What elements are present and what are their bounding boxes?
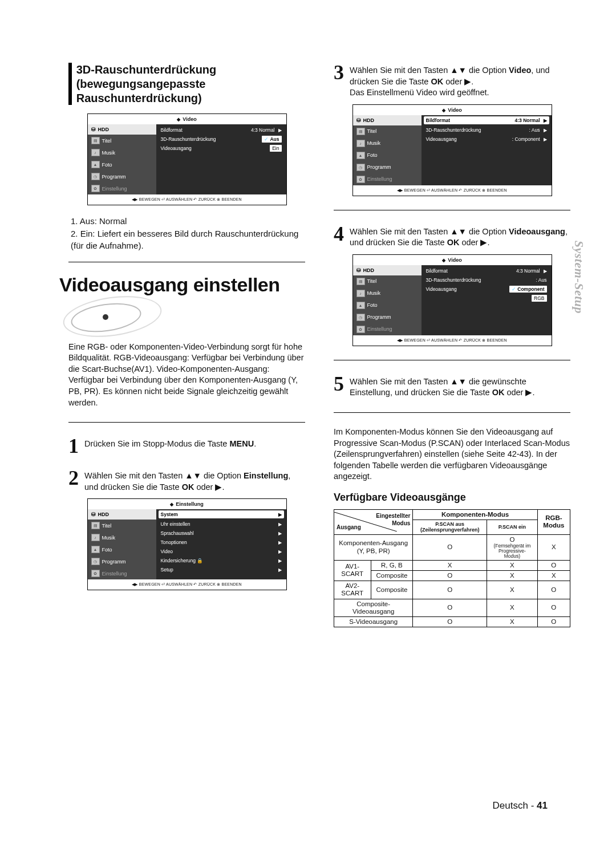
arrow-right-icon: ▶ xyxy=(278,512,282,517)
nav-hdd: HDD xyxy=(363,117,375,123)
table-row-sublabel: Composite xyxy=(371,570,413,581)
nav-einstellung: Einstellung xyxy=(367,326,392,332)
divider xyxy=(334,360,570,360)
diamond-icon: ◆ xyxy=(442,108,445,113)
diamond-icon: ◆ xyxy=(170,502,173,507)
osd-row-label: Videoausgang xyxy=(426,286,510,292)
nav-foto: Foto xyxy=(102,547,112,553)
step-text: Wählen Sie mit den Tasten ▲▼ die Option xyxy=(350,66,509,75)
arrow-right-icon: ▶ xyxy=(278,128,282,133)
nav-titel: Titel xyxy=(367,278,377,284)
arrow-right-icon: ▶ xyxy=(278,558,282,563)
osd-header: Video xyxy=(183,116,196,122)
table-row-label: AV2-SCART xyxy=(334,581,371,599)
table-row-label: Komponenten-Ausgang (Y, PB, PR) xyxy=(334,534,413,560)
nav-programm: Programm xyxy=(102,174,126,180)
section-side-tab: System-Setup xyxy=(572,241,586,314)
music-icon: ♪ xyxy=(356,140,365,147)
check-icon: ✓ xyxy=(512,286,516,292)
osd-row-label: Video xyxy=(161,549,275,554)
nav-titel: Titel xyxy=(102,138,112,144)
notes-list: 1. Aus: Normal 2. Ein: Liefert ein besse… xyxy=(71,216,305,251)
diamond-icon: ◆ xyxy=(442,258,445,263)
osd-dropdown-opt: Ein xyxy=(272,145,279,151)
osd-nav: ⛁HDD ▤Titel ♪Musik ▲Foto ◷Programm ✿Eins… xyxy=(353,115,422,185)
table-header: Komponenten-Modus xyxy=(413,509,537,520)
osd-dropdown-opt: RGB xyxy=(534,295,544,301)
arrow-right-icon: ▶ xyxy=(544,137,547,142)
table-cell: O xyxy=(413,581,487,599)
nav-einstellung: Einstellung xyxy=(102,186,127,192)
nav-hdd: HDD xyxy=(98,127,110,132)
photo-icon: ▲ xyxy=(91,546,100,553)
osd-row-label: Videoausgang xyxy=(161,145,270,151)
table-cell: X xyxy=(487,581,538,599)
arrow-right-icon: ▶ xyxy=(278,531,282,536)
music-icon: ♪ xyxy=(356,290,365,297)
nav-titel: Titel xyxy=(102,523,112,529)
nav-musik: Musik xyxy=(367,290,381,296)
page-footer: Deutsch - 41 xyxy=(493,800,548,812)
table-row-sublabel: Composite xyxy=(371,581,413,599)
table-cell: X xyxy=(413,560,487,570)
intro-paragraph: Eine RGB- oder Komponenten-Video-Verbind… xyxy=(68,342,305,408)
osd-row-value: 4:3 Normal xyxy=(251,127,275,133)
nav-musik: Musik xyxy=(102,535,116,541)
step-text: oder ▶. xyxy=(194,482,224,492)
note-item: 1. Aus: Normal xyxy=(71,216,305,227)
list-icon: ▤ xyxy=(91,137,100,144)
step-key: OK xyxy=(182,482,194,492)
step-number: 3 xyxy=(334,63,344,82)
hdd-icon: ⛁ xyxy=(356,117,361,123)
osd-row-label: Bildformat xyxy=(426,117,515,123)
list-icon: ▤ xyxy=(91,522,100,529)
list-icon: ▤ xyxy=(356,128,365,135)
step-text: oder ▶. xyxy=(504,388,534,397)
arrow-right-icon: ▶ xyxy=(278,540,282,545)
check-icon: ✓ xyxy=(264,136,269,142)
osd-footer-hint: ◀▶ BEWEGEN ⏎ AUSWÄHLEN ↶ ZURÜCK ⊗ BEENDE… xyxy=(88,579,286,590)
gear-icon: ✿ xyxy=(356,176,365,183)
table-cell: O xyxy=(413,616,487,627)
table-row-sublabel: R, G, B xyxy=(371,560,413,570)
step-key: OK xyxy=(431,77,443,86)
osd-row-label: System xyxy=(161,512,275,517)
hdd-icon: ⛁ xyxy=(91,512,96,517)
osd-row-label: 3D-Rauschunterdrückung xyxy=(161,136,262,142)
osd-row-label: Uhr einstellen xyxy=(161,521,275,527)
outputs-subtitle: Verfügbare Videoausgänge xyxy=(334,492,570,504)
gear-icon: ✿ xyxy=(91,185,100,192)
program-icon: ◷ xyxy=(356,314,365,321)
nav-musik: Musik xyxy=(367,140,381,146)
nav-musik: Musik xyxy=(102,150,116,156)
divider xyxy=(68,262,305,262)
table-cell: O xyxy=(413,534,487,560)
step-text: Drücken Sie im Stopp-Modus die Taste xyxy=(84,439,229,448)
arrow-right-icon: ▶ xyxy=(278,549,282,554)
nav-einstellung: Einstellung xyxy=(367,176,392,182)
gear-icon: ✿ xyxy=(91,570,100,577)
osd-header: Einstellung xyxy=(176,501,204,507)
osd-row-label: 3D-Rauschunterdrückung xyxy=(426,127,529,133)
osd-nav: ⛁HDD ▤Titel ♪Musik ▲Foto ◷Programm ✿Eins… xyxy=(353,265,422,335)
hdd-icon: ⛁ xyxy=(91,127,96,132)
nav-titel: Titel xyxy=(367,128,377,134)
table-row-label: Composite-Videoausgang xyxy=(334,599,413,616)
table-cell: X xyxy=(537,534,570,560)
osd-row-value: : Aus xyxy=(529,127,540,133)
osd-dropdown-opt: Aus xyxy=(270,136,279,142)
step-5: 5 Wählen Sie mit den Tasten ▲▼ die gewün… xyxy=(334,374,570,399)
nav-hdd: HDD xyxy=(363,267,375,273)
nav-foto: Foto xyxy=(367,152,378,158)
photo-icon: ▲ xyxy=(91,161,100,168)
outputs-table: Eingestellter Modus Ausgang Komponenten-… xyxy=(334,509,570,627)
music-icon: ♪ xyxy=(91,149,100,156)
osd-row-value: : Aus xyxy=(536,277,547,283)
section-title: 3D-Rauschunterdrückung (bewegungsangepas… xyxy=(76,63,305,106)
step-number: 1 xyxy=(68,436,79,456)
osd-dropdown-opt: Component xyxy=(517,286,544,292)
step-4: 4 Wählen Sie mit den Tasten ▲▼ die Optio… xyxy=(334,224,570,249)
table-cell: O xyxy=(413,570,487,581)
nav-hdd: HDD xyxy=(98,512,110,517)
table-cell: X xyxy=(487,616,538,627)
